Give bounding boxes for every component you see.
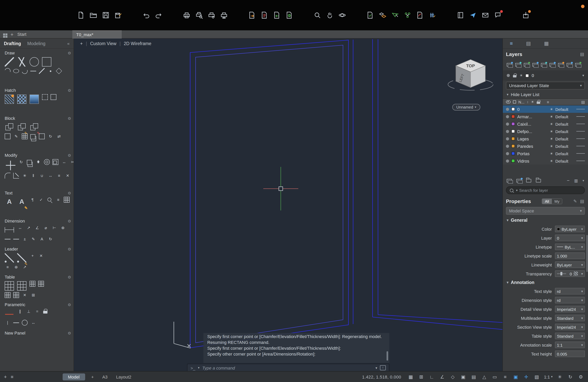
section-settings-icon[interactable]: ⚙	[68, 247, 71, 251]
space-selector[interactable]: Model Space ▾	[506, 207, 585, 215]
design-center-icon[interactable]	[404, 11, 411, 19]
align-tool-icon[interactable]: ≡	[56, 173, 62, 179]
annotation-visibility-icon[interactable]: ✳	[556, 374, 563, 380]
check-standards-icon[interactable]	[366, 11, 374, 19]
settings-gear-icon[interactable]: ⚙	[578, 374, 584, 380]
define-attribute-icon[interactable]	[5, 133, 10, 139]
aligned-dimension-icon[interactable]: ↗	[26, 225, 32, 231]
transparency-slider[interactable]	[557, 273, 566, 274]
manage-attributes-icon[interactable]	[22, 133, 28, 139]
object-snap-icon[interactable]: ▣	[460, 374, 466, 380]
tab-drafting[interactable]: Drafting	[4, 41, 21, 46]
align-leaders-icon[interactable]: ≡	[5, 264, 10, 270]
field-icon[interactable]	[429, 11, 436, 19]
fix-constraint-icon[interactable]	[43, 308, 49, 314]
layer-color-swatch[interactable]	[511, 129, 515, 133]
xline-tool-icon[interactable]	[30, 68, 36, 74]
section-settings-icon[interactable]: ⚙	[68, 51, 71, 55]
continue-dimension-icon[interactable]	[13, 236, 19, 242]
command-bar[interactable]: >_ ▾ ▾ ↑	[187, 364, 389, 371]
multileader-tool-icon[interactable]	[5, 253, 14, 263]
drawing-tab[interactable]: T0_max*	[72, 30, 122, 39]
layer-color-swatch[interactable]	[511, 137, 515, 140]
table-tool-icon[interactable]	[5, 281, 14, 291]
layer-merge-icon[interactable]	[575, 63, 580, 66]
transparency-display-icon[interactable]: ▧	[533, 374, 540, 380]
layer-status-icon[interactable]	[506, 152, 509, 155]
annotation-section-toggle[interactable]: ▾ Annotation	[503, 278, 588, 287]
polar-tracking-icon[interactable]: ∠	[439, 374, 445, 380]
freeze-column-icon[interactable]: ☀	[531, 100, 534, 104]
layer-status-icon[interactable]	[506, 122, 509, 126]
hatch-pattern-icon[interactable]	[17, 95, 26, 104]
layer-off-icon[interactable]	[507, 74, 510, 77]
section-settings-icon[interactable]: ⚙	[68, 302, 71, 307]
layer-color-swatch[interactable]	[511, 159, 515, 163]
layer-freeze-icon[interactable]: ☀	[550, 122, 553, 126]
layer-color-swatch[interactable]	[511, 122, 515, 126]
dimension-tool-icon[interactable]	[5, 225, 14, 234]
gizmo-icon[interactable]: ✛	[523, 374, 529, 380]
palette-grid-icon[interactable]	[3, 33, 5, 35]
etransmit-icon[interactable]	[391, 11, 399, 19]
feedback-icon[interactable]	[494, 11, 502, 19]
viewport-menu-button[interactable]: +	[80, 41, 83, 46]
dynamic-ucs-icon[interactable]: △	[481, 374, 487, 380]
sheets-panel-tab[interactable]: ▦	[544, 41, 549, 46]
vertical-constraint-icon[interactable]: ∣	[5, 320, 10, 326]
layer-status-icon[interactable]	[506, 137, 509, 140]
stretch-tool-icon[interactable]: ↔	[61, 159, 67, 165]
remove-layer-icon[interactable]: −	[567, 178, 569, 183]
justify-text-icon[interactable]: ≡	[55, 197, 61, 203]
columns-settings-icon[interactable]: ▤	[581, 100, 585, 104]
name-column-label[interactable]: N...	[518, 100, 525, 104]
text-style-icon[interactable]: ¶	[30, 197, 35, 203]
layer-freeze-icon[interactable]: ☀	[550, 159, 553, 163]
layer-freeze-icon[interactable]: ☀	[550, 151, 553, 155]
section-view-style-dropdown[interactable]: Imperial24▾	[555, 324, 585, 330]
layer-settings-icon[interactable]	[507, 179, 512, 182]
linetype-column-icon[interactable]: ≡	[547, 100, 549, 104]
layer-color-swatch[interactable]	[511, 115, 515, 118]
command-history[interactable]: Specify first corner point or [Chamfer/E…	[203, 333, 389, 363]
filter-all-button[interactable]: All	[542, 199, 552, 204]
layer-row[interactable]: 0 ☀ Default	[503, 106, 588, 113]
page-setup-icon[interactable]	[208, 11, 215, 19]
dimensional-constraint-icon[interactable]: ↔	[30, 320, 36, 326]
layer-unlock-icon[interactable]	[567, 63, 572, 66]
edit-leader-icon[interactable]: ✎	[17, 253, 26, 263]
layout-tab-a3[interactable]: A3	[100, 373, 110, 380]
mirror-tool-icon[interactable]	[35, 159, 41, 165]
join-tool-icon[interactable]: ∪	[39, 173, 45, 179]
columns-icon[interactable]: ▥	[574, 178, 578, 183]
panel-options-icon[interactable]: ▤	[580, 52, 584, 57]
delete-row-icon[interactable]: ✕	[22, 292, 28, 298]
explode-tool-icon[interactable]: ✳	[22, 173, 28, 179]
trim-tool-icon[interactable]: ✂	[70, 159, 74, 165]
viewcube[interactable]: TOP LEFT	[436, 50, 503, 95]
selection-cycling-icon[interactable]: ▣	[512, 374, 519, 380]
current-layer-color-swatch[interactable]	[525, 74, 529, 77]
layer-search-input[interactable]	[519, 188, 581, 192]
layer-status-icon[interactable]	[506, 159, 509, 162]
grid-toggle-icon[interactable]: ▦	[407, 374, 414, 380]
view-name-button[interactable]: Custom View	[90, 41, 116, 46]
create-block-icon[interactable]: ✎	[17, 123, 26, 132]
tool-palettes-icon[interactable]	[457, 11, 464, 19]
section-settings-icon[interactable]: ⚙	[68, 275, 71, 279]
table-style-dropdown[interactable]: Standard▾	[555, 333, 585, 339]
lock-icon[interactable]	[513, 73, 517, 78]
start-tab[interactable]: Start	[17, 32, 26, 37]
chevron-down-icon[interactable]: ▾	[583, 179, 584, 182]
edit-block-icon[interactable]: ✎	[30, 123, 39, 132]
layer-row[interactable]: Paredes ☀ Default	[503, 142, 588, 150]
section-settings-icon[interactable]: ⚙	[68, 331, 71, 335]
hide-layer-list-toggle[interactable]: ▾ Hide Layer List	[503, 91, 588, 98]
horizontal-constraint-icon[interactable]	[13, 320, 19, 326]
insert-row-above-icon[interactable]	[30, 281, 35, 287]
general-section-toggle[interactable]: ▾ General	[503, 216, 588, 224]
freeze-sun-icon[interactable]: ☀	[520, 74, 523, 77]
annotation-scale-dropdown[interactable]: 1:1▾	[555, 341, 585, 348]
linetype-dropdown[interactable]: ByL...▾	[555, 244, 585, 250]
email-icon[interactable]	[482, 11, 489, 19]
